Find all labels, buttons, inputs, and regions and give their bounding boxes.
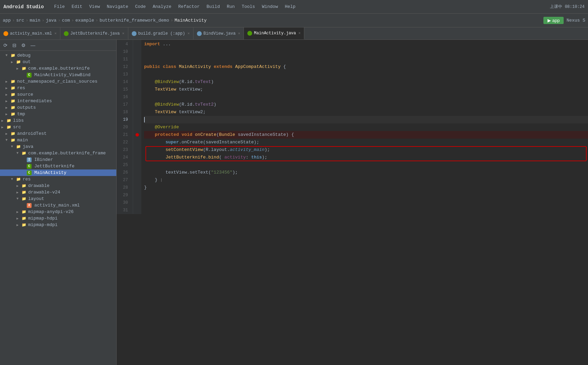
tab-label-build-gradle: build.gradle (:app)	[138, 31, 185, 36]
menu-code[interactable]: Code	[132, 4, 149, 9]
tree-arrow-intermediates: ▶	[5, 99, 10, 103]
code-line-23: setContentView (R.layout. activity_main …	[144, 146, 588, 154]
tree-item-com-butterknife[interactable]: ▶ 📁 com.example.butterknife	[0, 65, 116, 72]
line-num-30: 30	[117, 199, 130, 207]
tree-item-libs[interactable]: ▶ 📁 libs	[0, 117, 116, 124]
menu-tools[interactable]: Tools	[238, 4, 258, 9]
indent-15	[144, 86, 155, 93]
breadcrumb: app › src › main › java › com › example …	[3, 18, 541, 23]
code-editor[interactable]: 4 10 11 12 13 14 15 16 17 18 19 20 21 22…	[117, 40, 588, 365]
text-cursor	[144, 117, 145, 122]
menu-window[interactable]: Window	[258, 4, 281, 9]
tree-item-main[interactable]: ▼ 📁 main	[0, 137, 116, 143]
tree-label-debug: debug	[17, 53, 31, 58]
menu-run[interactable]: Run	[223, 4, 238, 9]
code-line-10	[144, 48, 588, 56]
menu-edit[interactable]: Edit	[68, 4, 86, 9]
menu-analyze[interactable]: Analyze	[149, 4, 175, 9]
java-class-icon-viewbind: C	[27, 73, 32, 78]
gutter-12	[133, 63, 141, 71]
tree-item-mipmap-mdpi[interactable]: ▶ 📁 mipmap-mdpi	[0, 222, 116, 228]
tab-bindview[interactable]: BindView.java ×	[193, 27, 244, 39]
sidebar-settings-btn[interactable]: ⚙	[20, 42, 27, 49]
breadcrumb-app[interactable]: app	[3, 18, 11, 23]
line-num-20: 20	[117, 123, 130, 131]
tree-item-com-butterknife-frame[interactable]: ▼ 📁 com.example.butterknife_frame	[0, 150, 116, 156]
folder-icon-drawable: 📁	[21, 184, 27, 188]
tree-item-mainactivity-viewbind[interactable]: C MainActivity_ViewBind	[0, 72, 116, 78]
tree-item-source[interactable]: ▶ 📁 source	[0, 91, 116, 98]
tree-label-ibinder: IBinder	[34, 157, 53, 162]
tree-item-drawable-v24[interactable]: ▶ 📁 drawable-v24	[0, 189, 116, 196]
tree-item-jettbutterknife[interactable]: C JettButterknife	[0, 163, 116, 169]
breadcrumb-example[interactable]: example	[75, 18, 94, 23]
folder-icon-debug: 📁	[10, 53, 16, 58]
annotation-bindview-1: @BindView	[155, 78, 179, 86]
breadcrumb-main[interactable]: main	[30, 18, 40, 23]
run-button[interactable]: ▶ app	[543, 17, 564, 24]
breadcrumb-java[interactable]: java	[46, 18, 56, 23]
tab-jettbutterknife[interactable]: JettButterknife.java ×	[60, 27, 128, 39]
tree-item-java[interactable]: ▼ 📁 java	[0, 143, 116, 150]
tree-item-res2[interactable]: ▼ 📁 res	[0, 176, 116, 182]
breadcrumb-src[interactable]: src	[16, 18, 24, 23]
code-line-25	[144, 161, 588, 169]
tab-close-jettbutterknife[interactable]: ×	[122, 32, 125, 36]
kw-super: super	[165, 139, 179, 146]
tree-item-outputs[interactable]: ▶ 📁 outputs	[0, 104, 116, 111]
code-content[interactable]: import ... public class MainActivity ext…	[141, 40, 588, 214]
code-line-19	[144, 116, 588, 123]
tree-item-mipmap-hdpi[interactable]: ▶ 📁 mipmap-hdpi	[0, 215, 116, 222]
tab-close-mainactivity[interactable]: ×	[298, 31, 301, 35]
sidebar-collapse-btn[interactable]: ⊟	[11, 42, 18, 49]
menu-view[interactable]: View	[86, 4, 103, 9]
tree-item-mainactivity[interactable]: C MainActivity	[0, 169, 116, 176]
tree-item-layout[interactable]: ▼ 📁 layout	[0, 196, 116, 202]
menu-refactor[interactable]: Refactor	[175, 4, 203, 9]
run-controls: ▶ app Nexus S	[543, 17, 585, 24]
tree-item-drawable[interactable]: ▶ 📁 drawable	[0, 182, 116, 189]
folder-icon-not-namespaced: 📁	[10, 79, 16, 84]
code-line-4: import ...	[144, 40, 588, 48]
breadcrumb-demo[interactable]: butterknife_framework_demo	[99, 18, 169, 23]
gutter-14	[133, 78, 141, 86]
breadcrumb-mainactivity[interactable]: MainActivity	[175, 18, 207, 23]
tab-mainactivity[interactable]: MainActivity.java ×	[244, 27, 304, 39]
menu-help[interactable]: Help	[281, 4, 299, 9]
menu-file[interactable]: File	[51, 4, 68, 9]
tree-label-main: main	[17, 138, 28, 143]
tree-arrow-not-namespaced: ▶	[5, 80, 10, 84]
tab-close-bindview[interactable]: ×	[238, 32, 240, 36]
toolbar: app › src › main › java › com › example …	[0, 14, 588, 27]
tab-build-gradle[interactable]: build.gradle (:app) ×	[128, 27, 193, 39]
code-line-29	[144, 191, 588, 199]
folder-icon-tmp: 📁	[10, 112, 16, 117]
tab-activity-main-xml[interactable]: activity_main.xml ×	[0, 27, 60, 39]
tree-item-not-namespaced[interactable]: ▶ 📁 not_namespaced_r_class_sources	[0, 78, 116, 85]
line-num-25: 25	[117, 161, 130, 169]
sidebar-minimize-btn[interactable]: —	[29, 42, 37, 49]
indent-17	[144, 101, 155, 108]
tree-item-src[interactable]: ▶ 📁 src	[0, 124, 116, 130]
menu-build[interactable]: Build	[203, 4, 223, 9]
gutter-31	[133, 207, 141, 214]
tab-close-build-gradle[interactable]: ×	[188, 32, 190, 36]
menu-navigate[interactable]: Navigate	[103, 4, 131, 9]
tree-item-intermediates[interactable]: ▶ 📁 intermediates	[0, 98, 116, 104]
code-line-24: JettButterknife . bind ( activity : this…	[144, 154, 588, 161]
breakpoint-21[interactable]	[136, 133, 139, 137]
gutter-21[interactable]	[133, 131, 141, 139]
tree-item-mipmap-anydpi[interactable]: ▶ 📁 mipmap-anydpi-v26	[0, 209, 116, 215]
tab-close-activity-main[interactable]: ×	[54, 32, 57, 36]
tree-item-debug[interactable]: ▼ 📁 debug	[0, 52, 116, 59]
tree-item-out[interactable]: ▶ 📁 out	[0, 59, 116, 65]
tree-item-res[interactable]: ▶ 📁 res	[0, 85, 116, 91]
breadcrumb-com[interactable]: com	[62, 18, 70, 23]
tree-arrow-res: ▶	[5, 86, 10, 90]
tree-item-androidtest[interactable]: ▶ 📁 androidTest	[0, 130, 116, 137]
indent-20	[144, 123, 155, 131]
sidebar-sync-btn[interactable]: ⟳	[2, 42, 9, 49]
tree-item-activity-main-xml[interactable]: X activity_main.xml	[0, 202, 116, 209]
tree-item-tmp[interactable]: ▶ 📁 tmp	[0, 111, 116, 117]
tree-item-ibinder[interactable]: I IBinder	[0, 156, 116, 163]
